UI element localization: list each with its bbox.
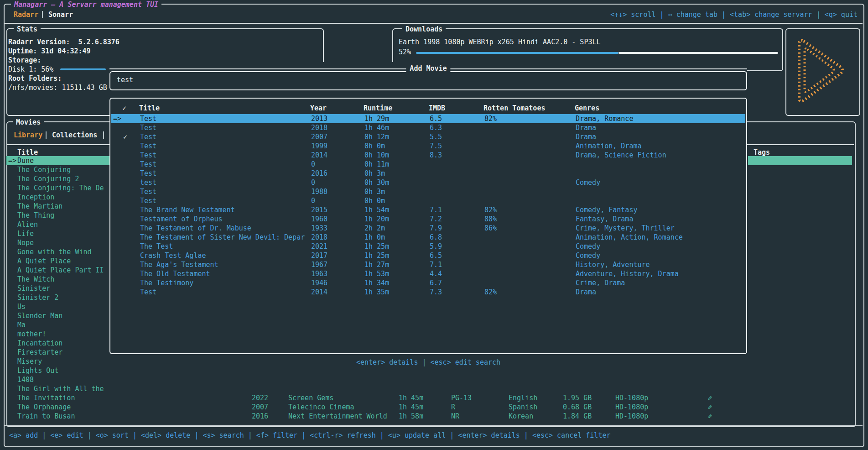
movie-list-item[interactable]: Life xyxy=(6,229,109,238)
search-result-row[interactable]: Test 2016 0h 3m xyxy=(111,169,745,178)
movie-list-item[interactable]: Slender Man xyxy=(6,311,109,320)
result-runtime: 1h 34m xyxy=(364,278,389,288)
movie-list-item[interactable]: Misery xyxy=(6,357,109,366)
movie-list-item[interactable]: Ma xyxy=(6,320,109,330)
search-result-row[interactable]: test 0 0h 30m Comedy xyxy=(111,178,745,187)
result-title: The Brand New Testament xyxy=(140,205,235,215)
tab-library[interactable]: Library xyxy=(14,131,42,140)
download-item-name: Earth 1998 1080p WEBRip x265 Hindi AAC2.… xyxy=(399,37,601,47)
result-title: test xyxy=(140,178,156,187)
search-result-row[interactable]: The Test 2021 1h 25m 5.9 Comedy xyxy=(111,242,745,251)
search-result-row[interactable]: ✓ Test 2007 0h 12m 5.5 Drama xyxy=(111,132,745,141)
movies-panel-title: Movies xyxy=(13,118,44,127)
movie-title: Sinister xyxy=(17,284,50,293)
movie-title: A Quiet Place xyxy=(17,256,71,266)
result-genres: Comedy, Fantasy xyxy=(576,205,637,215)
movie-list-item[interactable]: Us xyxy=(6,302,109,311)
search-result-row[interactable]: The Brand New Testament 2015 1h 54m 7.1 … xyxy=(111,205,745,215)
movie-list-item[interactable]: Sinister xyxy=(6,284,109,293)
result-year: 1933 xyxy=(311,224,327,233)
file-runtime: 1h 45m xyxy=(399,403,423,412)
download-progress-label: 52% xyxy=(399,47,411,57)
file-language: English xyxy=(509,393,537,403)
movie-list-item[interactable]: A Quiet Place Part II xyxy=(6,266,109,275)
result-imdb: 4.4 xyxy=(430,269,442,278)
movie-file-row[interactable]: 2016 Next Entertainment World 1h 58m NR … xyxy=(0,412,868,421)
file-quality: HD-1080p xyxy=(615,403,648,412)
result-imdb: 6.8 xyxy=(430,233,442,242)
movie-title: Inception xyxy=(17,193,54,202)
search-result-row[interactable]: Test 2014 1h 35m 7.3 82% Drama xyxy=(111,288,745,297)
tab-collections[interactable]: Collections xyxy=(52,131,97,140)
result-title: The Testament of Sister New Devil: Depar xyxy=(140,233,305,242)
movie-list-item[interactable]: Alien xyxy=(6,220,109,229)
result-genres: Drama, Romance xyxy=(576,114,633,123)
movies-tab-divider xyxy=(46,131,47,139)
search-result-row[interactable]: The Testimony 1946 1h 34m 6.7 Crime, Dra… xyxy=(111,278,745,288)
movie-list-item[interactable]: mother! xyxy=(6,330,109,339)
search-result-row[interactable]: Test 0 0h 0m xyxy=(111,196,745,205)
movie-list-item[interactable]: The Conjuring xyxy=(6,165,109,174)
result-year: 2014 xyxy=(311,288,327,297)
search-result-row[interactable]: Test 2018 1h 46m 6.3 Drama xyxy=(111,123,745,132)
search-result-row[interactable]: Test 1988 0h 3m xyxy=(111,187,745,196)
stats-version: Radarr Version: 5.2.6.8376 xyxy=(8,37,120,47)
result-genres: Crime, Mystery, Thriller xyxy=(576,224,675,233)
movie-title: Firestarter xyxy=(17,348,62,357)
row-selector-arrow: => xyxy=(113,114,121,123)
movie-search-input[interactable] xyxy=(116,75,738,84)
result-runtime: 1h 27m xyxy=(364,260,389,269)
movie-list-item[interactable]: 1408 xyxy=(6,375,109,384)
search-result-row[interactable]: Test 2014 0h 10m 8.3 Drama, Science Fict… xyxy=(111,151,745,160)
movie-list-item[interactable]: Incantation xyxy=(6,339,109,348)
movie-list-item[interactable]: Inception xyxy=(6,193,109,202)
column-header-title: Title xyxy=(139,104,160,113)
managarr-logo xyxy=(794,34,852,109)
search-result-row[interactable]: The Aga's Testament 1967 1h 27m 7.1 Hist… xyxy=(111,260,745,269)
result-year: 1960 xyxy=(311,215,327,224)
movie-list-item[interactable]: The Thing xyxy=(6,211,109,220)
movie-title: Gone with the Wind xyxy=(17,247,92,256)
file-year: 2007 xyxy=(252,403,268,412)
movie-list-item[interactable]: The Conjuring: The De xyxy=(6,183,109,193)
result-title: Test xyxy=(140,160,156,169)
movie-list-item[interactable]: The Girl with All the xyxy=(6,384,109,393)
movie-list-item[interactable]: The Conjuring 2 xyxy=(6,174,109,183)
result-imdb: 7.2 xyxy=(430,215,442,224)
result-title: Test xyxy=(140,123,156,132)
tab-sonarr[interactable]: Sonarr xyxy=(48,10,73,19)
movie-list-item[interactable]: Sinister 2 xyxy=(6,293,109,302)
movie-title: Nope xyxy=(17,238,34,247)
search-result-row[interactable]: Test 1999 0h 0m 7.5 Animation, Drama xyxy=(111,141,745,151)
result-rotten-tomatoes: 88% xyxy=(484,215,497,224)
movies-library-list: => Dune The Conjuring The Conjuring 2 Th… xyxy=(6,156,109,421)
search-result-row[interactable]: Testament of Orpheus 1960 1h 20m 7.2 88%… xyxy=(111,215,745,224)
movie-list-item[interactable]: => Dune xyxy=(6,156,109,165)
search-result-row[interactable]: The Old Testament 1963 1h 53m 4.4 Advent… xyxy=(111,269,745,278)
result-genres: Drama xyxy=(576,123,596,132)
search-result-row[interactable]: => Test 2013 1h 29m 6.5 82% Drama, Roman… xyxy=(111,114,745,123)
header-keybinding-help: <↑↓> scroll | ↔ change tab | <tab> chang… xyxy=(610,10,858,19)
result-year: 1988 xyxy=(311,187,327,196)
movie-list-item[interactable]: Firestarter xyxy=(6,348,109,357)
search-result-row[interactable]: Crash Test Aglae 2017 1h 25m 6.5 Comedy xyxy=(111,251,745,260)
result-runtime: 1h 46m xyxy=(364,123,389,132)
movie-list-item[interactable]: A Quiet Place xyxy=(6,256,109,266)
movie-file-row[interactable]: 2007 Telecinco Cinema 1h 45m R Spanish 0… xyxy=(0,403,868,412)
search-result-row[interactable]: The Testament of Dr. Mabuse 1933 2h 2m 7… xyxy=(111,224,745,233)
movie-title: The Conjuring xyxy=(17,165,71,174)
result-title: Test xyxy=(140,114,156,123)
result-title: Test xyxy=(140,187,156,196)
search-result-row[interactable]: Test 0 0h 11m xyxy=(111,160,745,169)
result-runtime: 0h 11m xyxy=(364,160,389,169)
search-result-row[interactable]: The Testament of Sister New Devil: Depar… xyxy=(111,233,745,242)
movie-list-item[interactable]: Lights Out xyxy=(6,366,109,375)
tab-radarr[interactable]: Radarr xyxy=(14,10,38,19)
file-certification: R xyxy=(451,403,455,412)
movie-list-item[interactable]: The Martian xyxy=(6,202,109,211)
add-movie-modal: Add Movie ✓ Title Year Runtime IMDB Rott… xyxy=(109,62,747,369)
movie-list-item[interactable]: The Witch xyxy=(6,275,109,284)
movie-list-item[interactable]: Gone with the Wind xyxy=(6,247,109,256)
movie-file-row[interactable]: 2022 Screen Gems 1h 45m PG-13 English 1.… xyxy=(0,393,868,403)
movie-list-item[interactable]: Nope xyxy=(6,238,109,247)
